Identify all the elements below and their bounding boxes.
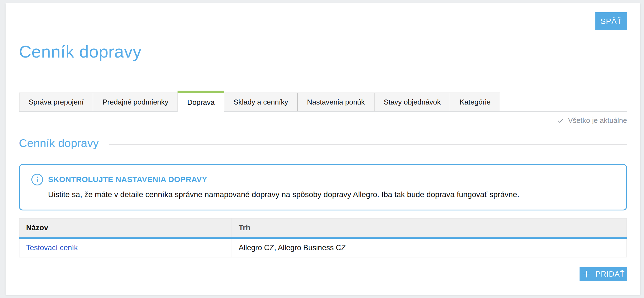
tab-bar: Správa prepojení Predajné podmienky Dopr…	[19, 92, 627, 111]
section-divider	[109, 144, 627, 145]
tab-nastavenia-ponuk[interactable]: Nastavenia ponúk	[297, 93, 375, 111]
column-header-trh: Trh	[231, 218, 626, 237]
info-circle-icon	[31, 173, 44, 186]
sync-status-text: Všetko je aktuálne	[568, 116, 627, 125]
table-row: Testovací ceník Allegro CZ, Allegro Busi…	[19, 239, 627, 257]
add-button-label: PRIDAŤ	[595, 270, 625, 279]
info-box-body: Uistite sa, že máte v detaile cenníka sp…	[48, 190, 614, 200]
column-header-nazov: Názov	[19, 218, 231, 237]
tab-kategorie[interactable]: Kategórie	[450, 93, 500, 111]
add-button[interactable]: PRIDAŤ	[580, 267, 627, 281]
page-title: Cenník dopravy	[19, 42, 141, 61]
section-header: Cenník dopravy	[19, 137, 627, 150]
price-list-table: Názov Trh Testovací ceník Allegro CZ, Al…	[19, 218, 627, 257]
plus-icon	[582, 269, 591, 279]
back-button[interactable]: SPÄŤ	[595, 12, 627, 30]
check-icon	[557, 117, 564, 124]
tab-predajne-podmienky[interactable]: Predajné podmienky	[93, 93, 178, 111]
tab-stavy-objednavok[interactable]: Stavy objednávok	[374, 93, 450, 111]
shipping-info-box: SKONTROLUJTE NASTAVENIA DOPRAVY Uistite …	[19, 164, 627, 210]
tab-sprava-prepojeni[interactable]: Správa prepojení	[19, 93, 93, 111]
price-list-link[interactable]: Testovací ceník	[26, 244, 78, 252]
section-heading: Cenník dopravy	[19, 137, 99, 150]
table-header-row: Názov Trh	[19, 218, 627, 237]
sync-status: Všetko je aktuálne	[557, 116, 627, 125]
tab-doprava[interactable]: Doprava	[178, 93, 224, 111]
main-card: SPÄŤ Cenník dopravy Správa prepojení Pre…	[6, 3, 640, 295]
row-markets-cell: Allegro CZ, Allegro Business CZ	[231, 239, 626, 257]
info-box-title: SKONTROLUJTE NASTAVENIA DOPRAVY	[48, 175, 207, 184]
tab-sklady-a-cenniky[interactable]: Sklady a cenníky	[224, 93, 298, 111]
